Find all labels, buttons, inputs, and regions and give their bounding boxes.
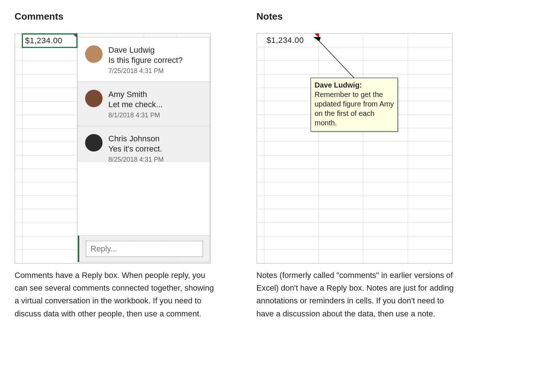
- comment-time: 7/25/2018 4:31 PM: [108, 67, 183, 75]
- comments-illustration: $1,234.00 Dave LudwigIs this figure corr…: [15, 33, 211, 264]
- comment-text: Let me check...: [108, 100, 163, 109]
- note-indicator-icon: [315, 33, 319, 38]
- spreadsheet-grid: $1,234.00: [257, 33, 452, 263]
- reply-input[interactable]: [86, 241, 203, 257]
- notes-description: Notes (formerly called "comments" in ear…: [256, 269, 458, 320]
- comment-indicator-icon: [73, 34, 77, 38]
- note-author: Dave Ludwig:: [315, 81, 362, 89]
- comment-entry: Chris JohnsonYes it's correct.8/25/2018 …: [78, 126, 209, 162]
- avatar: [85, 134, 103, 151]
- comments-section: Comments $1,234.00 Dave LudwigIs this fi…: [15, 11, 216, 328]
- comment-entry: Amy SmithLet me check...8/1/2018 4:31 PM: [78, 81, 209, 126]
- comment-author: Dave Ludwig: [108, 45, 183, 55]
- comment-time: 8/25/2018 4:31 PM: [108, 156, 164, 162]
- comment-text: Is this figure correct?: [108, 56, 183, 65]
- comments-description: Comments have a Reply box. When people r…: [15, 269, 216, 320]
- note-text: Remember to get the updated figure from …: [315, 90, 394, 127]
- selected-cell[interactable]: $1,234.00: [23, 34, 77, 48]
- comments-heading: Comments: [15, 11, 216, 22]
- comment-author: Amy Smith: [108, 90, 163, 99]
- annotated-cell[interactable]: $1,234.00: [264, 34, 319, 47]
- notes-section: Notes $1,234.00 Dave Ludwig: Remember to…: [256, 11, 458, 328]
- comment-thread: Dave LudwigIs this figure correct?7/25/2…: [77, 37, 210, 262]
- avatar: [85, 90, 103, 107]
- reply-row: [78, 235, 209, 262]
- comment-time: 8/1/2018 4:31 PM: [108, 112, 163, 119]
- notes-heading: Notes: [256, 11, 458, 22]
- comment-text: Yes it's correct.: [108, 144, 164, 154]
- note-box: Dave Ludwig: Remember to get the updated…: [311, 78, 398, 132]
- notes-illustration: $1,234.00 Dave Ludwig: Remember to get t…: [256, 33, 453, 264]
- comment-entry: Dave LudwigIs this figure correct?7/25/2…: [78, 37, 209, 81]
- avatar: [85, 45, 103, 63]
- comment-author: Chris Johnson: [108, 134, 164, 144]
